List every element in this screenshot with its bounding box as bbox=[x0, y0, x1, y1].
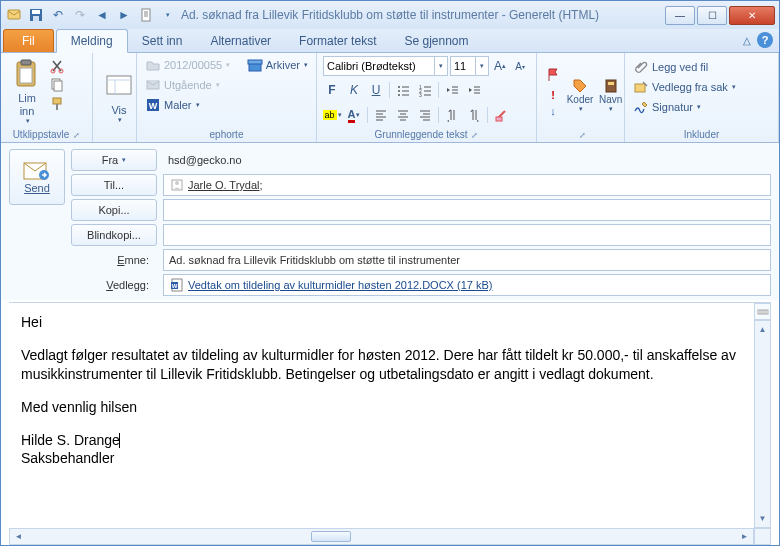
subject-field[interactable]: Ad. søknad fra Lillevik Fritidsklubb om … bbox=[163, 249, 771, 271]
undo-icon[interactable]: ↶ bbox=[49, 6, 67, 24]
svg-rect-26 bbox=[496, 117, 502, 121]
ribbon: Lim inn ▾ Utklippstavle⤢ Vis ▾ bbox=[1, 53, 779, 143]
vertical-scrollbar[interactable]: ▲ ▼ bbox=[754, 320, 771, 528]
names-button[interactable]: Navn▾ bbox=[597, 56, 624, 127]
copy-icon[interactable] bbox=[49, 77, 65, 93]
codes-button[interactable]: Koder▾ bbox=[565, 56, 595, 127]
importance-high-icon[interactable]: ! bbox=[545, 87, 561, 103]
cc-field[interactable] bbox=[163, 199, 771, 221]
templates-button[interactable]: WMaler▾ bbox=[143, 96, 237, 114]
grow-font-icon[interactable]: A▴ bbox=[491, 57, 509, 75]
svg-rect-27 bbox=[606, 80, 616, 92]
italic-icon[interactable]: K bbox=[345, 81, 363, 99]
font-color-icon[interactable]: A▾ bbox=[345, 106, 363, 124]
scroll-corner bbox=[754, 528, 771, 545]
attach-file-button[interactable]: Legg ved fil bbox=[631, 58, 772, 76]
to-button[interactable]: Til... bbox=[71, 174, 157, 196]
outdent-icon[interactable] bbox=[443, 81, 461, 99]
show-button[interactable]: Vis ▾ bbox=[99, 56, 139, 138]
scroll-thumb[interactable] bbox=[311, 531, 351, 542]
font-size-input[interactable] bbox=[451, 60, 475, 72]
next-icon[interactable]: ► bbox=[115, 6, 133, 24]
from-button[interactable]: Fra ▾ bbox=[71, 149, 157, 171]
font-name-combo[interactable]: ▾ bbox=[323, 56, 448, 76]
bcc-field[interactable] bbox=[163, 224, 771, 246]
dialog-launcher-icon[interactable]: ⤢ bbox=[471, 131, 478, 140]
book-icon bbox=[603, 78, 619, 94]
svg-text:3: 3 bbox=[419, 92, 422, 97]
attach-qa-icon[interactable] bbox=[137, 6, 155, 24]
to-field[interactable]: Jarle O. Trydal; bbox=[163, 174, 771, 196]
highlight-icon[interactable]: ab▾ bbox=[323, 106, 341, 124]
bullets-icon[interactable] bbox=[394, 81, 412, 99]
align-left-icon[interactable] bbox=[372, 106, 390, 124]
cut-icon[interactable] bbox=[49, 58, 65, 74]
svg-point-21 bbox=[398, 90, 400, 92]
svg-rect-2 bbox=[32, 10, 40, 14]
indent-icon[interactable] bbox=[465, 81, 483, 99]
chevron-down-icon[interactable]: ▾ bbox=[475, 57, 488, 75]
prev-icon[interactable]: ◄ bbox=[93, 6, 111, 24]
redo-icon[interactable]: ↷ bbox=[71, 6, 89, 24]
underline-icon[interactable]: U bbox=[367, 81, 385, 99]
tab-review[interactable]: Se gjennom bbox=[390, 30, 482, 52]
help-icon[interactable]: ? bbox=[757, 32, 773, 48]
svg-rect-28 bbox=[608, 82, 614, 85]
format-painter-icon[interactable] bbox=[49, 96, 65, 112]
bcc-button[interactable]: Blindkopi... bbox=[71, 224, 157, 246]
flag-icon[interactable] bbox=[545, 67, 561, 83]
dialog-launcher-icon[interactable]: ⤢ bbox=[579, 131, 586, 140]
send-button[interactable]: Send bbox=[9, 149, 65, 205]
close-button[interactable]: ✕ bbox=[729, 6, 775, 25]
archive-button[interactable]: Arkiver▾ bbox=[245, 56, 310, 74]
dialog-launcher-icon[interactable]: ⤢ bbox=[73, 131, 80, 140]
save-icon[interactable] bbox=[27, 6, 45, 24]
group-clipboard-label: Utklippstavle bbox=[13, 129, 70, 140]
tab-format[interactable]: Formater tekst bbox=[285, 30, 390, 52]
chevron-down-icon[interactable]: ▾ bbox=[434, 57, 447, 75]
paste-button[interactable]: Lim inn ▾ bbox=[7, 56, 47, 127]
numbering-icon[interactable]: 123 bbox=[416, 81, 434, 99]
group-font-label: Grunnleggende tekst bbox=[375, 129, 468, 140]
scroll-right-icon[interactable]: ► bbox=[736, 529, 753, 544]
ruler-toggle[interactable] bbox=[754, 303, 771, 320]
tab-message[interactable]: Melding bbox=[56, 29, 128, 53]
svg-rect-6 bbox=[21, 60, 31, 65]
chevron-down-icon: ▾ bbox=[26, 117, 30, 125]
horizontal-scrollbar[interactable]: ◄ ► bbox=[9, 528, 754, 545]
cc-button[interactable]: Kopi... bbox=[71, 199, 157, 221]
send-label: Send bbox=[24, 182, 50, 194]
minimize-button[interactable]: — bbox=[665, 6, 695, 25]
clear-format-icon[interactable] bbox=[492, 106, 510, 124]
qat-more-icon[interactable]: ▾ bbox=[159, 6, 177, 24]
text-cursor bbox=[119, 433, 120, 448]
scroll-left-icon[interactable]: ◄ bbox=[10, 529, 27, 544]
importance-low-icon[interactable]: ↓ bbox=[545, 103, 561, 119]
align-right-icon[interactable] bbox=[416, 106, 434, 124]
tab-options[interactable]: Alternativer bbox=[196, 30, 285, 52]
show-label: Vis bbox=[111, 104, 126, 116]
group-show: Vis ▾ bbox=[93, 53, 137, 142]
font-name-input[interactable] bbox=[324, 60, 434, 72]
ltr-icon[interactable] bbox=[443, 106, 461, 124]
bold-icon[interactable]: F bbox=[323, 81, 341, 99]
message-body[interactable]: Hei Vedlagt følger resultatet av tildeli… bbox=[9, 303, 754, 528]
attachment-field[interactable]: WVedtak om tildeling av kulturmidler høs… bbox=[163, 274, 771, 296]
quick-access-toolbar: ↶ ↷ ◄ ► ▾ bbox=[5, 6, 177, 24]
collapse-ribbon-icon[interactable]: △ bbox=[743, 35, 751, 46]
tab-file[interactable]: Fil bbox=[3, 29, 54, 52]
tab-insert[interactable]: Sett inn bbox=[128, 30, 197, 52]
group-ephorte: 2012/00055▾ Utgående▾ WMaler▾ Arkiver▾ e… bbox=[137, 53, 317, 142]
align-center-icon[interactable] bbox=[394, 106, 412, 124]
shrink-font-icon[interactable]: A▾ bbox=[511, 57, 529, 75]
signature-button[interactable]: Signatur▾ bbox=[631, 98, 772, 116]
attach-from-case-button[interactable]: Vedlegg fra sak▾ bbox=[631, 78, 772, 96]
maximize-button[interactable]: ☐ bbox=[697, 6, 727, 25]
svg-rect-19 bbox=[248, 60, 262, 64]
app-icon[interactable] bbox=[5, 6, 23, 24]
svg-rect-29 bbox=[635, 84, 645, 92]
font-size-combo[interactable]: ▾ bbox=[450, 56, 489, 76]
rtl-icon[interactable] bbox=[465, 106, 483, 124]
scroll-down-icon[interactable]: ▼ bbox=[755, 510, 770, 527]
scroll-up-icon[interactable]: ▲ bbox=[755, 321, 770, 338]
